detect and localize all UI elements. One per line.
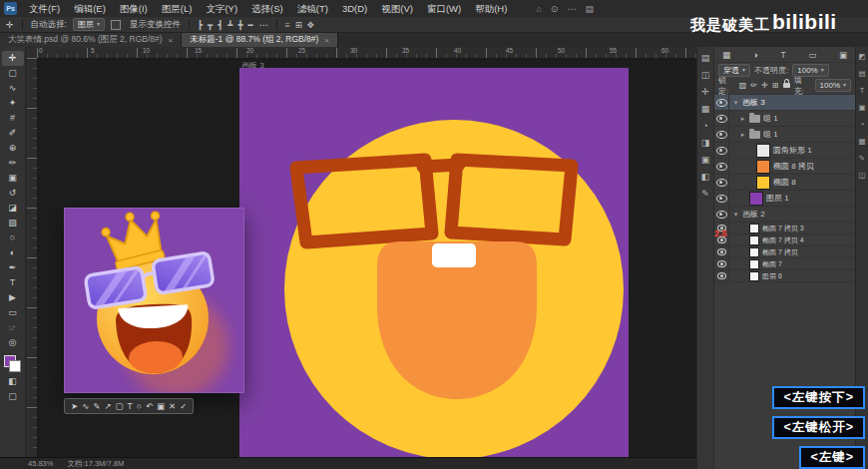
menu-item[interactable]: 文件(F)	[22, 0, 67, 17]
eraser-tool-icon[interactable]: ◪	[2, 201, 24, 216]
anno-done-icon[interactable]: ✓	[180, 401, 187, 411]
visibility-eye-icon[interactable]	[714, 258, 729, 269]
search-icon[interactable]: ⊙	[551, 4, 559, 14]
fill-value[interactable]: 100%▾	[815, 79, 851, 92]
anno-ellipse-icon[interactable]: ○	[137, 401, 142, 411]
close-icon[interactable]: ×	[324, 36, 329, 45]
layer-row[interactable]: 圆角矩形 1	[714, 143, 855, 159]
collapsed-panel-icon[interactable]: ✎	[859, 154, 865, 163]
collapsed-panel-icon[interactable]: ◩	[858, 52, 865, 61]
layer-row[interactable]: 图层 6	[714, 270, 855, 282]
filter-adjustment-layers-icon[interactable]: ◑	[753, 50, 758, 60]
lock-artboard-icon[interactable]: ⊞	[772, 81, 779, 90]
align-h-centers-icon[interactable]: ┳	[208, 20, 213, 30]
layer-row[interactable]: ▾ 画板 2	[714, 207, 855, 223]
brush-tool-icon[interactable]: ✏	[2, 156, 24, 171]
align-left-edges-icon[interactable]: ┣	[198, 20, 203, 30]
lasso-tool-icon[interactable]: ∿	[2, 81, 24, 96]
layer-row[interactable]: 椭圆 7 拷贝 3	[714, 223, 855, 234]
anno-undo-icon[interactable]: ↶	[146, 401, 153, 411]
pen-tool-icon[interactable]: ✒	[2, 260, 24, 275]
shape-tool-icon[interactable]: ▭	[2, 305, 24, 320]
gizmo-icon[interactable]: ✥	[307, 20, 314, 30]
hand-tool-icon[interactable]: ☞	[2, 320, 24, 335]
lock-all-icon[interactable]	[783, 83, 789, 88]
eyedropper-tool-icon[interactable]: ✐	[2, 126, 24, 141]
panel-brushes-icon[interactable]: ✎	[701, 189, 709, 199]
collapsed-panel-icon[interactable]: ▣	[858, 103, 865, 112]
align-v-centers-icon[interactable]: ╋	[237, 20, 242, 30]
visibility-eye-icon[interactable]	[714, 111, 729, 126]
color-swatches[interactable]	[4, 355, 21, 372]
menu-item[interactable]: 编辑(E)	[67, 0, 113, 17]
layer-row[interactable]: 椭圆 8 拷贝	[714, 159, 855, 175]
menu-item[interactable]: 图层(L)	[155, 0, 200, 17]
history-brush-tool-icon[interactable]: ↺	[2, 186, 24, 201]
panel-color-icon[interactable]: ▤	[701, 53, 710, 63]
3d-mode-icon[interactable]: ≡	[285, 20, 290, 30]
visibility-eye-icon[interactable]	[714, 246, 729, 257]
collapsed-panel-icon[interactable]: ◫	[858, 171, 865, 180]
visibility-eye-icon[interactable]	[714, 270, 729, 281]
collapsed-panel-icon[interactable]: ▦	[858, 137, 865, 146]
more-options-icon[interactable]: ⋯	[259, 20, 268, 30]
quick-mask-icon[interactable]: ◧	[2, 374, 24, 389]
visibility-eye-icon[interactable]	[714, 159, 729, 174]
expand-caret-icon[interactable]: ▾	[732, 99, 739, 107]
menu-item[interactable]: 视图(V)	[374, 0, 420, 17]
menu-item[interactable]: 帮助(H)	[468, 0, 514, 17]
path-select-tool-icon[interactable]: ▶	[2, 290, 24, 305]
lock-transparency-icon[interactable]: ▨	[739, 81, 747, 90]
marquee-tool-icon[interactable]: ▢	[2, 66, 24, 81]
anno-arrow-icon[interactable]: ↗	[104, 401, 111, 411]
anno-text-icon[interactable]: T	[128, 401, 133, 411]
filter-smart-objects-icon[interactable]: ▣	[839, 50, 847, 60]
horizontal-ruler[interactable]: 051015202530354045505560	[37, 47, 696, 59]
visibility-eye-icon[interactable]	[714, 127, 729, 142]
workspace-switcher-icon[interactable]: ▤	[585, 4, 594, 14]
align-right-edges-icon[interactable]: ┫	[217, 20, 222, 30]
panel-properties-icon[interactable]: ✛	[701, 87, 709, 97]
menu-item[interactable]: 文字(Y)	[199, 0, 244, 17]
lock-pixels-icon[interactable]: ✏	[750, 81, 757, 90]
layer-row[interactable]: ▸ 组 1	[714, 111, 855, 127]
expand-caret-icon[interactable]: ▸	[739, 131, 746, 139]
menu-item[interactable]: 窗口(W)	[420, 0, 468, 17]
collapsed-panel-icon[interactable]: ◔	[860, 120, 865, 129]
menu-item[interactable]: 图像(I)	[113, 0, 155, 17]
clone-stamp-tool-icon[interactable]: ▣	[2, 171, 24, 186]
expand-caret-icon[interactable]: ▾	[732, 211, 739, 219]
panel-adjustments-icon[interactable]: ▦	[701, 104, 710, 114]
layer-row[interactable]: 椭圆 7	[714, 258, 855, 270]
document-tab-active[interactable]: 未标题-1 @ 88.7% (组 2, RGB/8#) ×	[182, 33, 338, 47]
visibility-eye-icon[interactable]	[714, 207, 729, 222]
expand-caret-icon[interactable]: ▸	[739, 115, 746, 123]
move-tool-icon[interactable]: ✛	[2, 51, 24, 66]
menu-item[interactable]: 选择(S)	[244, 0, 290, 17]
anno-scribble-icon[interactable]: ∿	[82, 401, 89, 411]
crop-tool-icon[interactable]: #	[2, 111, 24, 126]
layer-row[interactable]: ▸ 组 1	[714, 127, 855, 143]
panel-history-icon[interactable]: ◔	[702, 121, 707, 131]
vertical-ruler[interactable]	[26, 58, 38, 457]
show-transform-checkbox[interactable]	[111, 20, 121, 30]
home-icon[interactable]: ⌂	[536, 4, 541, 14]
collapsed-panel-icon[interactable]: T	[860, 86, 865, 95]
grid-icon[interactable]: ⊞	[295, 20, 302, 30]
magic-wand-tool-icon[interactable]: ✦	[2, 96, 24, 111]
more-icon[interactable]: ⋯	[567, 4, 576, 14]
filter-pixel-layers-icon[interactable]: ▦	[722, 50, 730, 60]
panel-channels-icon[interactable]: ◧	[701, 172, 710, 182]
align-top-edges-icon[interactable]: ┻	[227, 20, 232, 30]
layer-row[interactable]: ▾ 画板 3	[714, 95, 855, 111]
panel-libraries-icon[interactable]: ◨	[701, 138, 710, 148]
lock-position-icon[interactable]: ✛	[761, 81, 768, 90]
blur-tool-icon[interactable]: ○	[2, 231, 24, 245]
panel-styles-icon[interactable]: ▣	[701, 155, 710, 165]
menu-item[interactable]: 滤镜(T)	[290, 0, 335, 17]
panel-swatches-icon[interactable]: ◫	[701, 70, 710, 80]
zoom-tool-icon[interactable]: ◎	[2, 335, 24, 350]
filter-type-layers-icon[interactable]: T	[780, 50, 785, 60]
layer-row[interactable]: 图层 1	[714, 191, 855, 207]
anno-delete-icon[interactable]: ✕	[169, 401, 176, 411]
